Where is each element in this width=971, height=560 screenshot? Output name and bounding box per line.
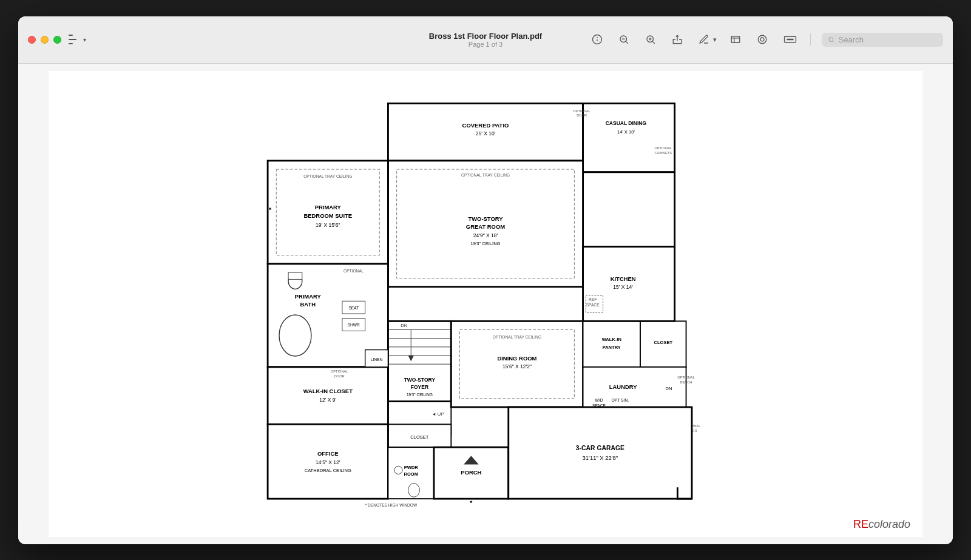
window-toggle-icon (730, 34, 741, 45)
share-button[interactable] (669, 32, 685, 47)
svg-rect-10 (731, 36, 740, 43)
svg-text:WALK-IN CLOSET: WALK-IN CLOSET (303, 388, 353, 394)
window-subtitle: Page 1 of 3 (429, 41, 542, 48)
svg-text:COVERED PATIO: COVERED PATIO (462, 122, 509, 129)
svg-text:PANTRY: PANTRY (603, 344, 621, 349)
svg-text:OPT SIN.: OPT SIN. (612, 397, 629, 402)
svg-text:BENCH: BENCH (680, 380, 692, 384)
svg-point-120 (394, 466, 402, 474)
svg-text:14'5" X 12': 14'5" X 12' (316, 459, 340, 465)
svg-text:SHWR: SHWR (348, 322, 360, 326)
svg-text:OPTIONAL: OPTIONAL (573, 109, 590, 112)
svg-text:SPACE: SPACE (586, 302, 600, 306)
svg-point-12 (758, 35, 766, 44)
svg-text:OPTIONAL: OPTIONAL (677, 375, 695, 379)
svg-text:CLOSET: CLOSET (410, 434, 429, 439)
svg-text:19'3" CEILING: 19'3" CEILING (407, 393, 433, 397)
svg-text:OPTIONAL TRAY CEILING: OPTIONAL TRAY CEILING (303, 174, 352, 178)
spotlight-button[interactable] (754, 32, 770, 47)
markup-group: ▾ (696, 32, 717, 47)
svg-text:ROOM: ROOM (404, 471, 418, 477)
svg-text:PRIMARY: PRIMARY (315, 204, 342, 211)
floorplan-container: COVERED PATIO 25' X 10' CASUAL DINING 14… (49, 71, 922, 537)
svg-text:OPTIONAL: OPTIONAL (654, 146, 672, 150)
svg-point-59 (279, 314, 311, 356)
svg-rect-61 (288, 272, 302, 279)
svg-text:DINING ROOM: DINING ROOM (497, 354, 536, 361)
svg-text:* DENOTES HIGH WINDOW: * DENOTES HIGH WINDOW (365, 503, 418, 507)
pencil-icon (699, 34, 709, 45)
svg-text:GREAT ROOM: GREAT ROOM (466, 223, 505, 230)
markup-chevron-icon: ▾ (713, 36, 717, 44)
share-icon (672, 34, 683, 45)
svg-text:15'6" X 12'2": 15'6" X 12'2" (502, 363, 532, 369)
svg-point-16 (829, 37, 833, 41)
svg-text:25' X 10': 25' X 10' (476, 130, 496, 137)
info-button[interactable] (589, 32, 605, 47)
svg-text:WALK-IN: WALK-IN (602, 337, 621, 342)
svg-rect-103 (268, 366, 388, 423)
titlebar: ▾ Bross 1st Floor Floor Plan.pdf Page 1 … (18, 16, 953, 64)
zoom-in-icon (645, 34, 656, 45)
svg-rect-34 (583, 172, 675, 246)
svg-text:OPTIONAL TRAY CEILING: OPTIONAL TRAY CEILING (493, 334, 541, 339)
svg-line-4 (626, 41, 628, 43)
window-title-group: Bross 1st Floor Floor Plan.pdf Page 1 of… (429, 32, 542, 48)
svg-text:24'9" X 18': 24'9" X 18' (473, 232, 498, 238)
svg-line-7 (652, 41, 654, 43)
svg-text:CATHEDRAL CEILING: CATHEDRAL CEILING (305, 467, 351, 473)
svg-text:PWDR: PWDR (404, 465, 419, 470)
svg-text:CABINETS: CABINETS (655, 150, 672, 154)
svg-text:OFFICE: OFFICE (317, 450, 339, 457)
zoom-in-button[interactable] (643, 32, 658, 47)
svg-rect-124 (509, 407, 692, 499)
watermark-suffix: colorado (868, 518, 910, 530)
content-area: COVERED PATIO 25' X 10' CASUAL DINING 14… (18, 64, 953, 544)
info-icon (592, 34, 603, 45)
svg-text:12' X 9': 12' X 9' (319, 396, 336, 402)
search-box[interactable] (822, 33, 943, 47)
svg-text:PORCH: PORCH (461, 469, 481, 476)
svg-text:LINEN: LINEN (371, 357, 383, 361)
sidebar-toggle[interactable]: ▾ (69, 35, 86, 44)
svg-point-119 (408, 483, 420, 497)
svg-text:3-CAR GARAGE: 3-CAR GARAGE (576, 444, 624, 451)
window-toggle-button[interactable] (728, 32, 743, 47)
svg-text:◄ UP: ◄ UP (431, 411, 444, 417)
svg-text:19' X 15'6": 19' X 15'6" (316, 222, 340, 228)
svg-text:CLOSET: CLOSET (654, 340, 672, 345)
traffic-lights (28, 36, 61, 44)
markup-button[interactable] (696, 32, 712, 47)
svg-point-13 (760, 38, 764, 41)
spotlight-icon (757, 34, 768, 45)
toolbar-separator (810, 33, 811, 46)
svg-text:DN: DN (666, 385, 672, 391)
close-button[interactable] (28, 36, 36, 44)
svg-text:OPTIONAL: OPTIONAL (343, 269, 364, 273)
chevron-down-icon: ▾ (83, 36, 86, 43)
watermark: REcolorado (853, 518, 910, 531)
svg-text:19'3" CEILING: 19'3" CEILING (470, 240, 500, 246)
app-window: ▾ Bross 1st Floor Floor Plan.pdf Page 1 … (18, 16, 953, 544)
svg-text:REF: REF (589, 297, 597, 302)
svg-text:TWO-STORY: TWO-STORY (468, 215, 503, 222)
svg-text:DOOR: DOOR (334, 374, 345, 377)
floorplan-svg: COVERED PATIO 25' X 10' CASUAL DINING 14… (249, 98, 722, 510)
svg-text:FOYER: FOYER (411, 383, 428, 390)
zoom-out-button[interactable] (616, 32, 632, 47)
svg-text:31'11" X 22'8": 31'11" X 22'8" (583, 454, 618, 460)
search-input[interactable] (839, 35, 937, 44)
svg-text:KITCHEN: KITCHEN (611, 275, 636, 282)
redact-icon (783, 34, 797, 45)
zoom-out-icon (618, 34, 629, 45)
svg-text:14' X 10': 14' X 10' (617, 129, 635, 134)
svg-text:15' X 14': 15' X 14' (613, 284, 633, 290)
minimize-button[interactable] (41, 36, 49, 44)
svg-rect-22 (583, 103, 675, 172)
sidebar-icon (69, 35, 81, 44)
svg-text:SEAT: SEAT (348, 306, 359, 310)
redact-button[interactable] (781, 32, 799, 47)
maximize-button[interactable] (53, 36, 61, 44)
watermark-prefix: RE (853, 518, 868, 530)
svg-text:PRIMARY: PRIMARY (295, 292, 322, 299)
